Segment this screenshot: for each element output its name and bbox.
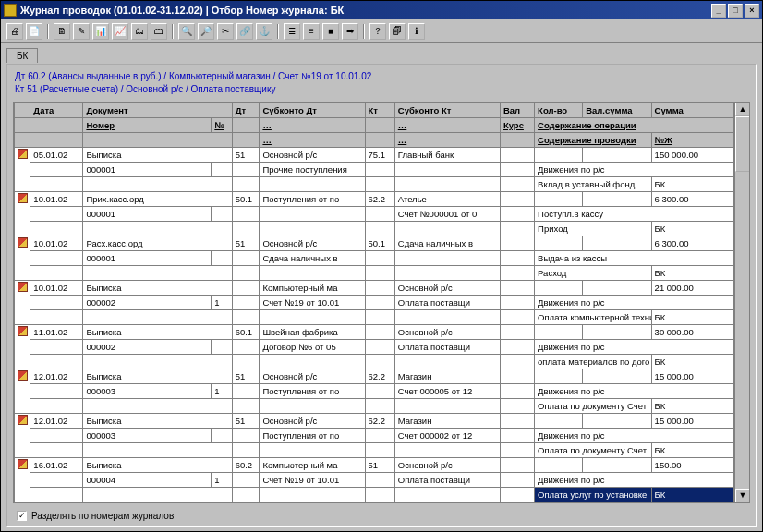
link-icon[interactable]: 🔗 [236,23,253,40]
table-row[interactable]: 11.01.02Выписка60.1Швейная фабрикаОсновн… [15,325,734,340]
table-row[interactable]: 10.01.02ВыпискаКомпьютерный маОсновной р… [15,281,734,296]
col-soder2[interactable]: Содержание проводки [535,133,652,148]
table-row[interactable]: 000002Договор №6 от 05Оплата поставщиДви… [15,340,734,355]
col-date[interactable]: Дата [30,103,83,118]
col-sum[interactable]: Сумма [651,103,733,118]
print-icon[interactable]: 🖨 [6,23,23,40]
table-row[interactable]: 16.01.02Выписка60.2Компьютерный ма51Осно… [15,458,734,473]
block-icon[interactable]: ■ [322,23,339,40]
col-subkt[interactable]: Субконто Кт [394,103,500,118]
col-no[interactable]: № [212,118,232,133]
tab-bk[interactable]: БК [6,48,38,63]
footer: ✓ Разделять по номерам журналов [7,507,756,526]
col-dt[interactable]: Дт [232,103,260,118]
table-row[interactable]: РасходБК [15,266,734,281]
scroll-down-button[interactable]: ▼ [735,489,750,502]
row-icon [18,282,28,292]
cut-icon[interactable]: ✂ [217,23,234,40]
titlebar: Журнал проводок (01.01.02-31.12.02) | От… [1,1,762,19]
table-row[interactable]: Оплата услуг по установкеБК [15,488,734,502]
context-line-1: Дт 60.2 (Авансы выданные в руб.) / Компь… [15,70,748,83]
tabstrip: БК [1,43,762,64]
split-by-journal-checkbox[interactable]: ✓ [17,511,27,521]
table-row[interactable]: Оплата компьютерной техниБК [15,310,734,325]
table-row[interactable]: Вклад в уставный фондБК [15,177,734,192]
scroll-up-button[interactable]: ▲ [735,103,750,116]
vertical-scrollbar[interactable]: ▲ ▼ [734,103,749,502]
row-icon [18,326,28,336]
page-icon[interactable]: 🗐 [389,23,406,40]
row-icon [18,415,28,425]
help-icon[interactable]: ？ [369,23,386,40]
col-nzh[interactable]: №Ж [651,133,733,148]
row-icon [18,459,28,469]
col-subdt2[interactable]: … [260,118,365,133]
header-row-2: Номер № … … Курс Содержание операции [15,118,734,133]
layers-icon[interactable]: 🗃 [151,23,167,40]
edit-icon[interactable]: ✎ [73,23,90,40]
split-by-journal-label: Разделять по номерам журналов [31,511,174,521]
maximize-button[interactable]: □ [728,4,743,18]
minimize-button[interactable]: _ [711,4,726,18]
grid-wrap: Дата Документ Дт Субконто Дт Кт Субконто… [13,102,750,503]
row-icon [18,193,28,203]
table-row[interactable]: 12.01.02Выписка51Основной р/с62.2Магазин… [15,414,734,429]
col-valsum[interactable]: Вал.сумма [583,103,651,118]
table-row[interactable]: 12.01.02Выписка51Основной р/с62.2Магазин… [15,369,734,384]
table-row[interactable]: ПриходБК [15,222,734,236]
col-nomer[interactable]: Номер [83,118,212,133]
arrow-icon[interactable]: ➡ [342,23,358,40]
list-icon[interactable]: ≣ [284,23,300,40]
table-row[interactable]: 0000021Счет №19 от 10.01Оплата поставщиД… [15,296,734,310]
col-subkt2[interactable]: … [394,118,500,133]
table-row[interactable]: 10.01.02Расх.касс.орд51Основной р/с50.1С… [15,236,734,251]
header-row-3: … … Содержание проводки №Ж [15,133,734,148]
table-row[interactable]: 000001Сдача наличных вВыдача из кассы [15,251,734,266]
col-kt[interactable]: Кт [365,103,394,118]
table-row[interactable]: Оплата по документу СчетБК [15,443,734,458]
table-row[interactable]: оплата материалов по догоБК [15,355,734,369]
grid-body: Дата Документ Дт Субконто Дт Кт Субконто… [14,103,734,502]
context-lines: Дт 60.2 (Авансы выданные в руб.) / Компь… [7,65,756,100]
header-row-1: Дата Документ Дт Субконто Дт Кт Субконто… [15,103,734,118]
anchor-icon[interactable]: ⚓ [256,23,272,40]
export-icon[interactable]: 📊 [92,23,109,40]
journal-grid[interactable]: Дата Документ Дт Субконто Дт Кт Субконто… [14,103,734,502]
table-row[interactable]: 000001Счет №000001 от 0Поступл.в кассу [15,207,734,222]
col-doc[interactable]: Документ [83,103,232,118]
context-line-2: Кт 51 (Расчетные счета) / Основной р/с /… [15,83,748,96]
col-soder[interactable]: Содержание операции [535,118,734,133]
table-row[interactable]: 05.01.02Выписка51Основной р/с75.1Главный… [15,148,734,163]
info-icon[interactable]: ℹ [408,23,425,40]
report-icon[interactable]: 🗂 [131,23,148,40]
table-row[interactable]: 000001Прочие поступленияДвижения по р/с [15,163,734,177]
toolbar: 🖨📄🗎✎📊📈🗂🗃🔍🔎✂🔗⚓≣≡■➡？🗐ℹ [1,19,762,43]
close-button[interactable]: × [745,4,759,18]
chart-icon[interactable]: 📈 [112,23,128,40]
table-row[interactable]: 10.01.02Прих.касс.орд50.1Поступления от … [15,192,734,207]
table-row[interactable]: Оплата по документу СчетБК [15,399,734,414]
row-icon [18,149,28,159]
col-kurs[interactable]: Курс [500,118,534,133]
app-icon [4,4,17,17]
magnify-icon[interactable]: 🔎 [198,23,214,40]
col-subdt[interactable]: Субконто Дт [260,103,365,118]
copy-icon[interactable]: 📄 [26,23,42,40]
align-icon[interactable]: ≡ [303,23,320,40]
row-icon [18,237,28,248]
table-row[interactable]: 0000041Счет №19 от 10.01Оплата поставщиД… [15,473,734,488]
col-kolvo[interactable]: Кол-во [535,103,583,118]
table-row[interactable]: 000003Поступления от поСчет 000002 от 12… [15,429,734,443]
window-title: Журнал проводок (01.01.02-31.12.02) | От… [20,5,709,16]
row-icon [18,370,28,381]
col-val[interactable]: Вал [500,103,534,118]
content-area: Дт 60.2 (Авансы выданные в руб.) / Компь… [6,64,757,527]
table-row[interactable]: 0000031Поступления от поСчет 000005 от 1… [15,384,734,399]
search-icon[interactable]: 🔍 [178,23,195,40]
scroll-thumb[interactable] [735,116,750,172]
new-doc-icon[interactable]: 🗎 [54,23,70,40]
